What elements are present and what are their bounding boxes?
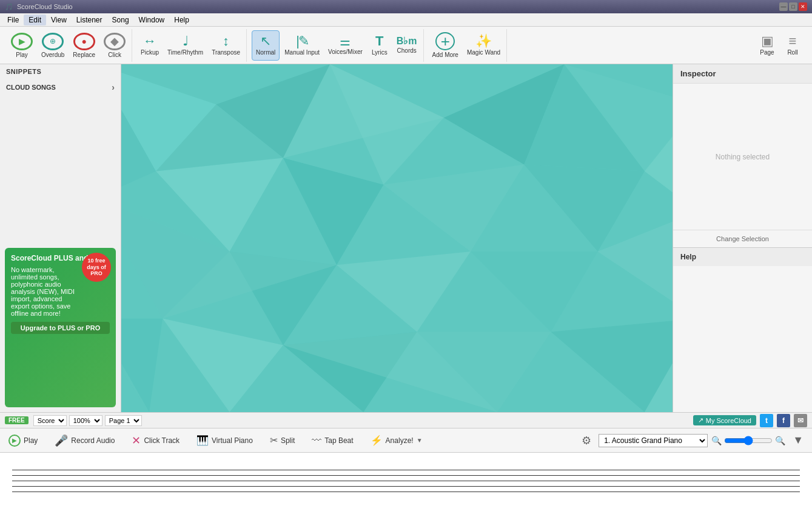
page-label: Page (760, 49, 774, 56)
canvas-background (121, 64, 673, 412)
search-icon: 🔍 (711, 436, 722, 445)
time-rhythm-label: Time/Rhythm (167, 49, 203, 56)
click-track-icon: ✕ (132, 434, 141, 447)
click-label: Click (108, 52, 121, 58)
email-button[interactable]: ✉ (794, 414, 807, 427)
chords-button[interactable]: B♭m Chords (393, 30, 421, 61)
menu-song[interactable]: Song (107, 15, 134, 25)
page-select[interactable]: Page 1 (105, 415, 142, 426)
play-label: Play (16, 52, 27, 58)
menu-view[interactable]: View (46, 15, 72, 25)
menu-file[interactable]: File (2, 15, 24, 25)
facebook-button[interactable]: f (777, 414, 790, 427)
statusbar: FREE Score 100% Page 1 ↗ My ScoreCloud t… (0, 412, 812, 428)
filter-icon[interactable]: ▼ (789, 433, 807, 448)
edit-group: ↔ Pickup ♩ Time/Rhythm ↕ Transpose (135, 29, 247, 62)
analyze-label: Analyze! (386, 436, 414, 445)
voices-mixer-button[interactable]: ⚌ Voices/Mixer (324, 30, 366, 61)
bottom-play-icon: ▶ (8, 435, 21, 447)
minimize-button[interactable]: — (779, 2, 788, 11)
my-scorecloud-label: My ScoreCloud (706, 417, 751, 424)
click-track-label: Click Track (144, 436, 180, 445)
transport-group: ▶ Play ⊕ Overdub ● Replace ◆ Click (5, 29, 132, 62)
status-right: ↗ My ScoreCloud t f ✉ (693, 414, 807, 427)
page-icon: ▣ (761, 35, 774, 48)
promo-badge-line1: 10 free (87, 258, 105, 264)
maximize-button[interactable]: □ (789, 2, 797, 11)
score-select[interactable]: Score (33, 415, 67, 426)
add-more-icon: + (435, 32, 455, 50)
play-circle: ▶ (11, 33, 33, 50)
inspector-nothing: Nothing selected (673, 84, 812, 230)
overdub-button[interactable]: ⊕ Overdub (38, 30, 68, 61)
twitter-button[interactable]: t (760, 414, 773, 427)
click-circle: ◆ (104, 33, 126, 50)
transpose-button[interactable]: ↕ Transpose (208, 30, 244, 61)
upgrade-button[interactable]: Upgrade to PLUS or PRO (11, 322, 110, 334)
promo-badge-line3: PRO (90, 270, 102, 277)
time-rhythm-icon: ♩ (183, 35, 189, 48)
manual-input-icon: |✎ (296, 35, 308, 48)
tap-beat-button[interactable]: 〰 Tap Beat (308, 433, 357, 448)
toolbar: ▶ Play ⊕ Overdub ● Replace ◆ Click ↔ Pic… (0, 27, 812, 64)
cloud-arrow-icon[interactable]: › (112, 82, 115, 92)
menu-help[interactable]: Help (169, 15, 194, 25)
chords-icon: B♭m (397, 36, 417, 46)
bottom-play-button[interactable]: ▶ Play (5, 432, 41, 449)
roll-icon: ≡ (789, 35, 797, 48)
menu-listener[interactable]: Listener (72, 15, 107, 25)
analyze-icon: ⚡ (371, 435, 383, 446)
add-more-button[interactable]: + Add More (429, 30, 462, 61)
zoom-slider[interactable] (724, 436, 773, 445)
my-scorecloud-button[interactable]: ↗ My ScoreCloud (693, 415, 756, 425)
virtual-piano-button[interactable]: 🎹 Virtual Piano (193, 432, 257, 448)
main-layout: SNIPPETS CLOUD SONGS › ScoreCloud PLUS a… (0, 64, 812, 412)
inspector-panel: Inspector Nothing selected Change Select… (673, 64, 812, 412)
tap-icon: 〰 (312, 435, 321, 446)
window-controls[interactable]: — □ ✕ (779, 2, 807, 11)
pickup-button[interactable]: ↔ Pickup (137, 30, 163, 61)
titlebar: 🎵 ScoreCloud Studio — □ ✕ (0, 0, 812, 13)
menu-edit[interactable]: Edit (24, 15, 46, 25)
record-audio-button[interactable]: 🎤 Record Audio (51, 432, 118, 450)
inspector-help-area (673, 266, 812, 412)
canvas-area (121, 64, 673, 412)
magic-wand-button[interactable]: ✨ Magic Wand (463, 30, 504, 61)
search-area: 🔍 🔍 (711, 436, 785, 445)
nothing-selected-text: Nothing selected (716, 153, 770, 161)
staff-lines (0, 465, 812, 497)
click-button[interactable]: ◆ Click (100, 30, 129, 61)
bottom-play-label: Play (24, 436, 38, 445)
click-track-button[interactable]: ✕ Click Track (128, 432, 183, 450)
free-badge: FREE (5, 416, 29, 424)
settings-gear-icon[interactable]: ⚙ (578, 433, 595, 448)
lyrics-icon: T (375, 35, 383, 48)
zoom-select[interactable]: 100% (69, 415, 102, 426)
roll-button[interactable]: ≡ Roll (780, 30, 805, 61)
analyze-button[interactable]: ⚡ Analyze! ▼ (367, 432, 426, 448)
score-area (0, 452, 812, 520)
scissors-icon: ✂ (270, 435, 278, 446)
split-button[interactable]: ✂ Split (266, 432, 298, 448)
time-rhythm-button[interactable]: ♩ Time/Rhythm (164, 30, 207, 61)
page-button[interactable]: ▣ Page (755, 30, 779, 61)
transpose-icon: ↕ (223, 35, 229, 48)
replace-label: Replace (73, 52, 95, 58)
close-button[interactable]: ✕ (799, 2, 807, 11)
transpose-label: Transpose (212, 49, 240, 56)
normal-button[interactable]: ↖ Normal (252, 30, 280, 61)
lyrics-button[interactable]: T Lyrics (367, 30, 392, 61)
play-button[interactable]: ▶ Play (7, 30, 36, 61)
replace-button[interactable]: ● Replace (69, 30, 99, 61)
analyze-dropdown-icon: ▼ (417, 437, 423, 444)
manual-input-button[interactable]: |✎ Manual Input (281, 30, 323, 61)
snippets-title: SNIPPETS (0, 64, 121, 79)
app-title-text: ScoreCloud Studio (17, 3, 73, 10)
menu-window[interactable]: Window (134, 15, 170, 25)
promo-badge-line2: days of (87, 264, 106, 271)
add-more-label: Add More (432, 52, 458, 58)
microphone-icon: 🎤 (55, 434, 68, 447)
view-group: ▣ Page ≡ Roll (753, 29, 807, 62)
inspector-title: Inspector (673, 64, 812, 84)
instrument-select[interactable]: 1. Acoustic Grand Piano (599, 434, 708, 447)
